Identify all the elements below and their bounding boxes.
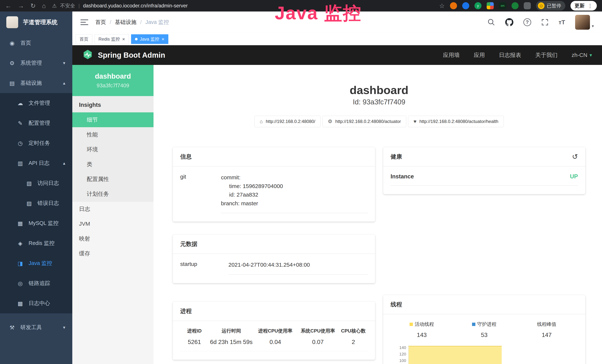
- fullscreen-icon[interactable]: [541, 19, 548, 26]
- extension-icon-on-badge[interactable]: on: [499, 2, 506, 9]
- browser-home-icon[interactable]: ⌂: [42, 3, 46, 9]
- hamburger-icon[interactable]: [80, 20, 88, 25]
- sidebar-logo-row[interactable]: 芋道管理系统: [0, 11, 72, 33]
- sidebar-item-log-center[interactable]: ▩ 日志中心: [0, 293, 72, 313]
- threads-chart: 140 120 100: [391, 345, 578, 364]
- breadcrumb-home[interactable]: 首页: [95, 19, 106, 26]
- sidebar-item-error-logs[interactable]: ▨ 错误日志: [0, 193, 72, 213]
- java-icon: ◨: [16, 260, 24, 267]
- sba-header: Spring Boot Admin 应用墙 应用 日志报表 关于我们 zh-CN…: [72, 45, 602, 65]
- sba-nav-applications[interactable]: 应用: [474, 51, 485, 59]
- sba-logo-icon[interactable]: [82, 49, 93, 61]
- sidebar-item-dev-tools[interactable]: ⚒ 研发工具 ▾: [0, 317, 72, 337]
- sidebar-item-label: 定时任务: [29, 139, 50, 147]
- git-id-line: id: 27aa832: [221, 191, 368, 199]
- sba-menu-caches[interactable]: 缓存: [72, 246, 153, 261]
- breadcrumb-separator: /: [110, 19, 111, 25]
- sba-brand-title[interactable]: Spring Boot Admin: [98, 51, 165, 59]
- sba-nav-about[interactable]: 关于我们: [535, 51, 558, 59]
- chevron-down-icon: ▾: [592, 24, 594, 29]
- extension-icon-blue-drop[interactable]: [462, 2, 469, 9]
- address-bar[interactable]: ⚠ 不安全 | dashboard.yudao.iocoder.cn/infra…: [52, 2, 188, 9]
- sba-menu-metrics[interactable]: 性能: [72, 127, 153, 142]
- sidebar-item-label: API 日志: [29, 160, 50, 167]
- chart-plot-area: [408, 345, 578, 364]
- sidebar-item-access-logs[interactable]: ▧ 访问日志: [0, 173, 72, 193]
- sba-menu-jvm[interactable]: JVM: [72, 216, 153, 231]
- sba-menu-scheduled-tasks[interactable]: 计划任务: [72, 187, 153, 201]
- health-instance-row: Instance UP: [391, 173, 578, 186]
- breadcrumb-infrastructure[interactable]: 基础设施: [115, 19, 137, 26]
- extension-icon-grid[interactable]: [487, 2, 494, 9]
- chevron-down-icon: ▾: [590, 52, 592, 58]
- sba-menu-environment[interactable]: 环境: [72, 142, 153, 157]
- error-log-icon: ▨: [25, 200, 33, 207]
- sba-instance-block[interactable]: dashboard 93a3fc7f7409: [72, 65, 153, 96]
- browser-update-button[interactable]: 更新 ⋮: [570, 1, 597, 11]
- sidebar-item-scheduled-jobs[interactable]: ◷ 定时任务: [0, 133, 72, 153]
- sba-menu-mappings[interactable]: 映射: [72, 231, 153, 246]
- avatar[interactable]: [575, 15, 590, 30]
- gear-icon: ⚙: [8, 60, 16, 66]
- legend-peak-value: 147: [516, 332, 578, 338]
- user-menu[interactable]: ▾: [575, 15, 594, 30]
- github-icon[interactable]: [505, 18, 513, 26]
- pencil-icon: ✎: [16, 120, 24, 127]
- sidebar-item-java-monitor[interactable]: ◨ Java 监控: [0, 253, 72, 273]
- legend-label: 线程峰值: [537, 321, 556, 327]
- sidebar-item-redis-monitor[interactable]: ◈ Redis 监控: [0, 233, 72, 253]
- browser-reload-icon[interactable]: ↻: [30, 3, 36, 9]
- process-header: 运行时间: [209, 328, 254, 334]
- sidebar-item-config-management[interactable]: ✎ 配置管理: [0, 113, 72, 133]
- profile-paused-chip[interactable]: ☺ 已暂停: [536, 1, 565, 11]
- security-warning-icon[interactable]: ⚠: [52, 3, 57, 9]
- legend-blue-swatch: [472, 323, 475, 326]
- extension-icon-leaf[interactable]: [512, 2, 519, 9]
- sba-menu-logs[interactable]: 日志: [72, 202, 153, 216]
- sidebar-item-api-logs[interactable]: ▥ API 日志 ▴: [0, 153, 72, 173]
- sidebar-item-file-management[interactable]: ☁ 文件管理: [0, 93, 72, 113]
- threads-card: 线程 活动线程 守护进: [383, 295, 585, 364]
- legend-daemon-threads: 守护进程: [453, 321, 516, 327]
- breadcrumb: 首页 / 基础设施 / Java 监控: [95, 19, 169, 26]
- process-table: 进程ID 运行时间 进程CPU使用率 系统CPU使用率 CPU核心数 5261 …: [180, 328, 368, 351]
- sba-menu-classes[interactable]: 类: [72, 157, 153, 172]
- process-value-cores: 2: [339, 339, 367, 345]
- sba-menu-details[interactable]: 细节: [72, 112, 153, 127]
- sba-nav-wallboard[interactable]: 应用墙: [443, 51, 460, 59]
- process-header: 进程ID: [180, 328, 209, 334]
- extension-icon-green[interactable]: y: [474, 2, 482, 9]
- bookmark-star-icon[interactable]: ☆: [439, 3, 445, 9]
- tab-java-monitor[interactable]: Java 监控 ×: [131, 34, 168, 44]
- tab-redis-monitor[interactable]: Redis 监控 ×: [95, 34, 129, 44]
- instance-home-link[interactable]: ⌂ http://192.168.0.2:48080/: [254, 116, 321, 127]
- sidebar-item-label: 系统管理: [20, 59, 42, 67]
- sba-menu-config-props[interactable]: 配置属性: [72, 172, 153, 187]
- sidebar-item-tracing[interactable]: ◎ 链路追踪: [0, 273, 72, 293]
- extensions-puzzle-icon[interactable]: [524, 2, 531, 9]
- search-icon[interactable]: [487, 18, 495, 26]
- font-size-icon[interactable]: тT: [559, 19, 565, 26]
- instance-health-link[interactable]: ♥ http://192.168.0.2:48080/actuator/heal…: [408, 116, 504, 127]
- extension-icon-orange[interactable]: [450, 2, 457, 9]
- sidebar-item-system-management[interactable]: ⚙ 系统管理 ▾: [0, 53, 72, 73]
- sidebar-item-infrastructure[interactable]: ▤ 基础设施 ▴: [0, 73, 72, 93]
- url-text[interactable]: dashboard.yudao.iocoder.cn/infra/admin-s…: [83, 3, 188, 9]
- browser-menu-icon[interactable]: ⋮: [588, 3, 593, 9]
- browser-forward-icon[interactable]: →: [18, 3, 24, 9]
- help-icon[interactable]: ?: [523, 18, 531, 26]
- history-icon[interactable]: ↺: [572, 153, 578, 160]
- close-icon[interactable]: ×: [122, 37, 125, 42]
- git-info-row: git commit: time: 1596289704000 id: 27aa…: [180, 173, 368, 213]
- legend-daemon-value: 53: [453, 332, 516, 338]
- sidebar-item-home[interactable]: ◉ 首页: [0, 33, 72, 53]
- security-label[interactable]: 不安全: [60, 2, 75, 9]
- tab-home[interactable]: 首页: [76, 34, 92, 44]
- instance-actuator-link[interactable]: ⚙ http://192.168.0.2:48080/actuator: [322, 116, 406, 127]
- browser-back-icon[interactable]: ←: [5, 3, 11, 9]
- sba-nav: 应用墙 应用 日志报表 关于我们 zh-CN ▾: [443, 51, 592, 59]
- sidebar-item-mysql-monitor[interactable]: ▦ MySQL 监控: [0, 213, 72, 233]
- sba-nav-journal[interactable]: 日志报表: [499, 51, 521, 59]
- sba-language-select[interactable]: zh-CN ▾: [572, 52, 592, 58]
- close-icon[interactable]: ×: [162, 37, 164, 42]
